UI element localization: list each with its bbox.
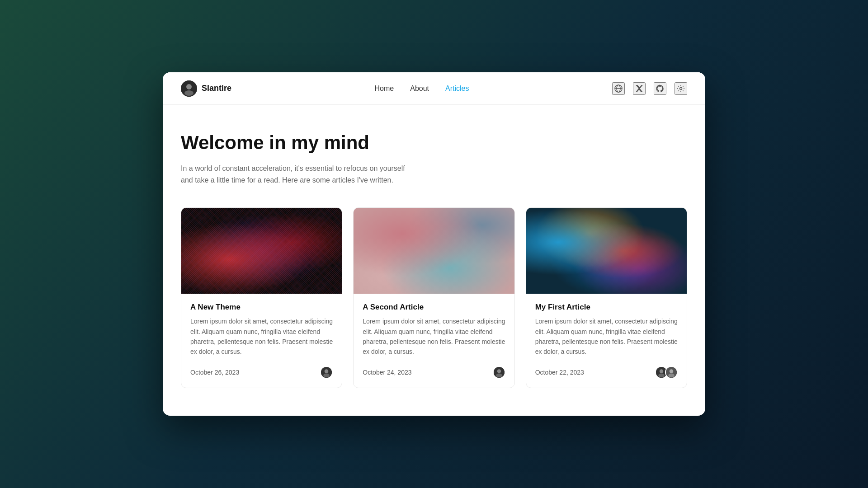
nav-link-about[interactable]: About (410, 84, 429, 92)
article-title-3: My First Article (535, 303, 678, 312)
article-body-3: My First Article Lorem ipsum dolor sit a… (526, 294, 687, 388)
github-button[interactable] (654, 82, 666, 95)
article-date-3: October 22, 2023 (535, 369, 584, 376)
article-footer-2: October 24, 2023 (363, 366, 505, 379)
nav-item-home[interactable]: Home (375, 84, 394, 93)
author-avatar-2a (493, 366, 505, 379)
globe-button[interactable] (612, 82, 625, 95)
article-date-1: October 26, 2023 (190, 369, 239, 376)
article-image-3 (526, 208, 687, 294)
nav-link-home[interactable]: Home (375, 84, 394, 92)
nav-link-articles[interactable]: Articles (445, 84, 469, 92)
article-authors-2 (493, 366, 505, 379)
article-body-1: A New Theme Lorem ipsum dolor sit amet, … (181, 294, 342, 388)
article-title-1: A New Theme (190, 303, 333, 312)
svg-point-12 (496, 373, 502, 377)
article-card-3[interactable]: My First Article Lorem ipsum dolor sit a… (526, 207, 687, 388)
svg-point-14 (660, 369, 664, 373)
author-avatar-1a (320, 366, 333, 379)
article-image-2 (354, 208, 514, 294)
article-excerpt-3: Lorem ipsum dolor sit amet, consectetur … (535, 316, 678, 357)
article-date-2: October 24, 2023 (363, 369, 411, 376)
svg-point-18 (668, 373, 675, 377)
svg-point-2 (184, 90, 193, 96)
navbar: Slantire Home About Articles (163, 72, 705, 105)
svg-point-15 (658, 373, 665, 377)
article-excerpt-2: Lorem ipsum dolor sit amet, consectetur … (363, 316, 505, 357)
article-excerpt-1: Lorem ipsum dolor sit amet, consectetur … (190, 316, 333, 357)
nav-item-about[interactable]: About (410, 84, 429, 93)
brand-name: Slantire (202, 84, 231, 93)
author-avatar-3b (665, 366, 678, 379)
page-title: Welcome in my mind (181, 132, 687, 154)
svg-point-17 (670, 369, 674, 373)
brand-avatar (181, 80, 197, 97)
svg-point-8 (325, 369, 329, 373)
nav-links: Home About Articles (375, 84, 469, 93)
settings-button[interactable] (675, 82, 687, 95)
article-title-2: A Second Article (363, 303, 505, 312)
article-footer-3: October 22, 2023 (535, 366, 678, 379)
article-authors-3 (655, 366, 678, 379)
x-twitter-button[interactable] (633, 82, 646, 95)
article-body-2: A Second Article Lorem ipsum dolor sit a… (354, 294, 514, 388)
browser-window: Slantire Home About Articles (163, 72, 705, 416)
svg-point-1 (186, 84, 192, 89)
nav-item-articles[interactable]: Articles (445, 84, 469, 93)
articles-grid: A New Theme Lorem ipsum dolor sit amet, … (181, 207, 687, 388)
article-card-2[interactable]: A Second Article Lorem ipsum dolor sit a… (353, 207, 514, 388)
article-authors-1 (320, 366, 333, 379)
svg-point-9 (323, 373, 330, 377)
article-card-1[interactable]: A New Theme Lorem ipsum dolor sit amet, … (181, 207, 342, 388)
article-footer-1: October 26, 2023 (190, 366, 333, 379)
svg-point-11 (497, 369, 501, 373)
page-subtitle: In a world of constant acceleration, it'… (181, 163, 416, 186)
svg-point-6 (679, 87, 682, 89)
nav-icons (612, 82, 687, 95)
main-content: Welcome in my mind In a world of constan… (163, 105, 705, 406)
article-image-1 (181, 208, 342, 294)
brand-logo-link[interactable]: Slantire (181, 80, 231, 97)
